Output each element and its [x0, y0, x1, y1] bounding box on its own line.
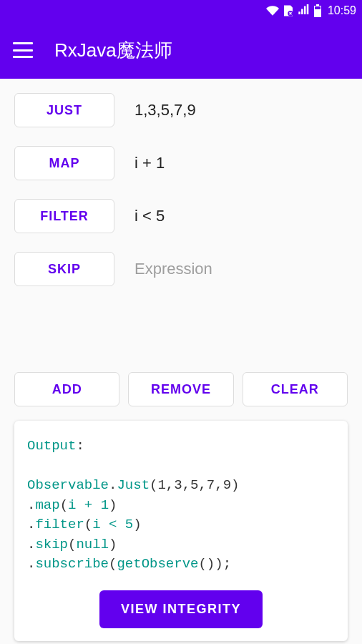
operator-button-just[interactable]: JUST	[14, 93, 114, 127]
view-integrity-button[interactable]: VIEW INTEGRITY	[99, 590, 263, 628]
clear-button[interactable]: CLEAR	[243, 372, 348, 406]
operator-input-filter[interactable]	[134, 207, 348, 225]
signal-icon	[298, 4, 310, 17]
wifi-icon	[266, 4, 279, 17]
output-card: Output: Observable.Just(1,3,5,7,9) .map(…	[14, 421, 348, 641]
status-time: 10:59	[328, 4, 356, 17]
operator-row-filter: FILTER	[14, 199, 348, 233]
app-bar: RxJava魔法师	[0, 21, 362, 79]
operator-button-filter[interactable]: FILTER	[14, 199, 114, 233]
operator-row-skip: SKIP	[14, 252, 348, 286]
operator-row-just: JUST	[14, 93, 348, 127]
operator-input-map[interactable]	[134, 154, 348, 172]
output-label: Output	[27, 438, 76, 454]
add-button[interactable]: ADD	[14, 372, 119, 406]
remove-button[interactable]: REMOVE	[128, 372, 233, 406]
operator-button-skip[interactable]: SKIP	[14, 252, 114, 286]
operator-input-just[interactable]	[134, 101, 348, 119]
action-row: ADD REMOVE CLEAR	[14, 372, 348, 406]
page-title: RxJava魔法师	[54, 38, 172, 63]
operator-button-map[interactable]: MAP	[14, 146, 114, 180]
operator-row-map: MAP	[14, 146, 348, 180]
operator-input-skip[interactable]	[134, 260, 348, 278]
menu-icon[interactable]	[13, 42, 33, 58]
battery-icon	[313, 4, 322, 17]
output-code: Output: Observable.Just(1,3,5,7,9) .map(…	[27, 436, 335, 575]
main-content: JUST MAP FILTER SKIP ADD REMOVE CLEAR Ou…	[0, 79, 362, 644]
data-icon	[282, 4, 295, 17]
status-bar: 10:59	[0, 0, 362, 21]
svg-rect-1	[315, 6, 321, 9]
